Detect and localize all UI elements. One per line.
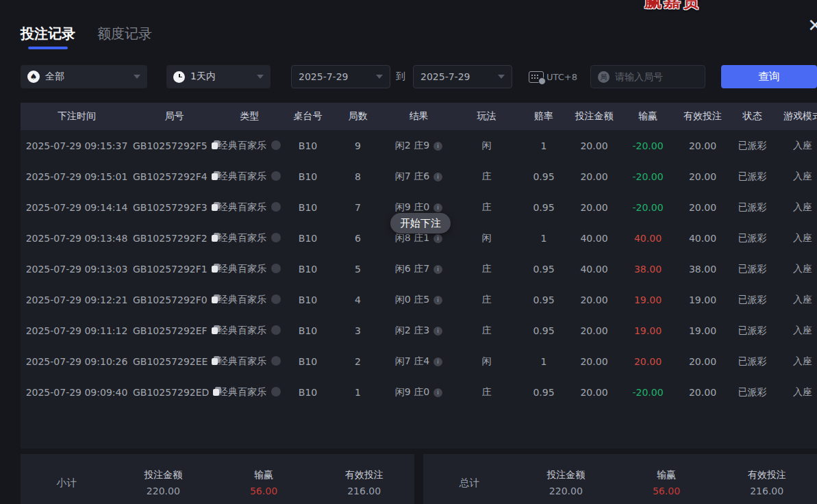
round-text: 5 <box>355 264 361 275</box>
winloss-cell: -20.00 <box>620 171 676 182</box>
time-text: 2025-07-29 09:12:21 <box>26 294 128 305</box>
summary-item: 投注金额220.00 <box>516 469 616 496</box>
mode-text: 入座 <box>793 355 812 366</box>
copy-icon[interactable] <box>213 387 221 396</box>
summary-item-label: 投注金额 <box>516 469 616 481</box>
round-text: 9 <box>355 140 361 151</box>
status-cell: 已派彩 <box>729 294 775 306</box>
odds-cell: 0.95 <box>519 202 568 213</box>
copy-icon[interactable] <box>212 325 220 334</box>
winloss-text: -20.00 <box>632 387 663 398</box>
time-text: 2025-07-29 09:14:14 <box>26 202 128 213</box>
column-header: 结果 <box>384 110 454 123</box>
round-number-icon: 局 <box>598 71 609 83</box>
date-to-select[interactable]: 2025-7-29 <box>413 65 512 88</box>
column-header: 游戏模式 <box>775 110 817 123</box>
amount-text: 20.00 <box>580 325 607 336</box>
result-info-icon[interactable]: i <box>433 327 442 336</box>
copy-icon[interactable] <box>212 356 220 365</box>
result-info-icon[interactable]: i <box>433 296 442 305</box>
game-type-select[interactable]: ♠ 全部 <box>21 65 147 88</box>
game_no-text: GB10257292F2 <box>133 233 208 244</box>
copy-icon[interactable] <box>212 233 220 242</box>
amount-text: 20.00 <box>580 171 607 182</box>
amount-text: 20.00 <box>580 140 607 151</box>
mode-cell: 入座 <box>775 386 817 399</box>
winloss-text: -20.00 <box>632 171 663 182</box>
mode-cell: 入座 <box>775 294 817 306</box>
result-text: 闲9 庄0 <box>395 201 429 212</box>
result-info-icon[interactable]: i <box>433 388 442 397</box>
mode-cell: 入座 <box>775 232 817 244</box>
round-text: 1 <box>355 387 361 398</box>
copy-icon[interactable] <box>212 202 220 211</box>
result-info-icon[interactable]: i <box>433 357 442 366</box>
to-label: 到 <box>396 71 405 83</box>
game-type-badge-icon <box>271 233 281 242</box>
tab-betting-records[interactable]: 投注记录 <box>21 25 75 49</box>
tab-quota-records[interactable]: 额度记录 <box>97 25 152 49</box>
time-range-select[interactable]: 1天内 <box>166 65 271 88</box>
query-button[interactable]: 查询 <box>721 65 817 88</box>
type-cell: 经典百家乐 <box>216 294 284 306</box>
round-text: 8 <box>355 171 361 182</box>
summary-item-value: 56.00 <box>616 486 717 496</box>
amount-text: 20.00 <box>580 356 607 367</box>
column-header: 输赢 <box>620 110 676 123</box>
result-cell: 闲7 庄6i <box>384 171 454 183</box>
winloss-text: 19.00 <box>634 325 662 336</box>
summary-item: 有效投注216.00 <box>314 469 414 496</box>
copy-icon[interactable] <box>212 140 220 149</box>
close-icon[interactable]: ✕ <box>807 16 817 34</box>
game_no-cell: GB10257292F5 <box>133 140 216 151</box>
amount-cell: 40.00 <box>568 233 620 244</box>
play-text: 庄 <box>482 294 492 305</box>
result-info-icon[interactable]: i <box>433 173 442 181</box>
summary-item: 投注金额220.00 <box>113 469 214 496</box>
odds-cell: 0.95 <box>519 171 568 182</box>
time-text: 2025-07-29 09:15:01 <box>26 171 128 182</box>
valid-cell: 20.00 <box>676 356 729 367</box>
table_no-text: B10 <box>299 356 317 367</box>
round-text: 6 <box>355 233 361 244</box>
summary-item-label: 输赢 <box>214 469 314 481</box>
round-search-input[interactable] <box>615 71 696 82</box>
type-text: 经典百家乐 <box>218 325 266 336</box>
copy-icon[interactable] <box>212 171 220 180</box>
status-text: 已派彩 <box>738 263 767 274</box>
brand-logo: 赢嘉贵 <box>644 0 702 12</box>
mode-cell: 入座 <box>775 140 817 152</box>
table_no-cell: B10 <box>284 387 332 398</box>
column-header: 投注金额 <box>568 110 620 123</box>
mode-text: 入座 <box>793 232 812 243</box>
table_no-text: B10 <box>299 325 317 336</box>
play-cell: 庄 <box>454 294 519 306</box>
amount-cell: 20.00 <box>568 171 620 182</box>
odds-text: 0.95 <box>533 387 554 398</box>
time-cell: 2025-07-29 09:14:14 <box>21 202 133 213</box>
date-from-select[interactable]: 2025-7-29 <box>291 65 390 88</box>
chevron-down-icon <box>376 75 383 79</box>
mode-cell: 入座 <box>775 263 817 275</box>
result-info-icon[interactable]: i <box>433 265 442 274</box>
copy-icon[interactable] <box>212 264 220 273</box>
table_no-cell: B10 <box>284 233 332 244</box>
valid-text: 20.00 <box>689 356 716 367</box>
result-info-icon[interactable]: i <box>433 234 442 243</box>
result-info-icon[interactable]: i <box>433 203 442 212</box>
time-text: 2025-07-29 09:13:03 <box>26 264 128 275</box>
type-cell: 经典百家乐 <box>216 325 284 337</box>
table-row: 2025-07-29 09:12:21GB10257292F0经典百家乐B104… <box>21 284 817 315</box>
result-info-icon[interactable]: i <box>433 142 442 151</box>
table_no-cell: B10 <box>284 294 332 305</box>
result-cell: 闲2 庄3i <box>384 325 454 337</box>
copy-icon[interactable] <box>212 294 220 303</box>
mode-text: 入座 <box>793 294 812 305</box>
play-cell: 庄 <box>454 263 519 275</box>
play-text: 闲 <box>482 232 492 243</box>
winloss-cell: 20.00 <box>620 356 676 367</box>
table_no-text: B10 <box>299 264 317 275</box>
result-cell: 闲2 庄9i <box>384 140 454 152</box>
chevron-down-icon <box>134 75 140 79</box>
mode-text: 入座 <box>793 140 812 151</box>
